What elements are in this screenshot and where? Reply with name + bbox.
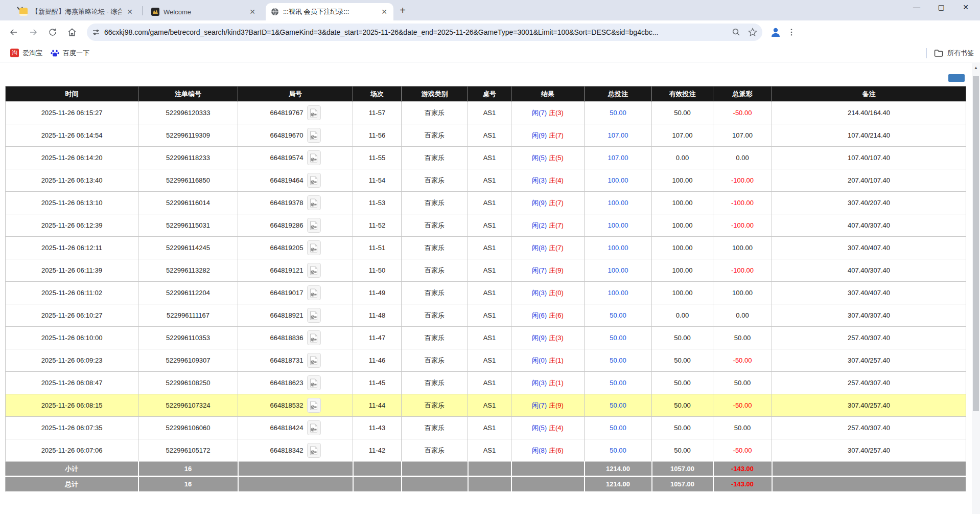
forum-favicon	[19, 8, 28, 16]
address-bar[interactable]: 66cxkj98.com/game/betrecord_search/kind3…	[87, 24, 762, 41]
bookmark-label: 爱淘宝	[22, 49, 42, 58]
table-row[interactable]: 2025-11-26 06:07:06 522996105172 6648183…	[6, 439, 966, 462]
col-time: 时间	[6, 86, 138, 102]
video-replay-button[interactable]	[307, 128, 321, 143]
round-number: 664819017	[270, 289, 303, 297]
table-row[interactable]: 2025-11-26 06:15:27 522996120333 6648197…	[6, 102, 966, 124]
bookmark-taobao[interactable]: 淘 爱淘宝	[6, 47, 46, 60]
video-replay-button[interactable]	[307, 240, 321, 255]
table-row[interactable]: 2025-11-26 06:12:11 522996114245 6648192…	[6, 237, 966, 259]
cell-result: 闲(7)庄(9)	[511, 394, 585, 417]
bookmark-baidu[interactable]: 百度一下	[46, 47, 94, 60]
video-replay-button[interactable]	[307, 330, 321, 345]
cell-payout: -100.00	[713, 259, 772, 282]
cell-bet-id: 522996116850	[138, 169, 238, 192]
cell-session: 11-56	[353, 124, 402, 147]
col-game-type: 游戏类别	[402, 86, 468, 102]
table-row[interactable]: 2025-11-26 06:08:47 522996108250 6648186…	[6, 372, 966, 394]
table-row[interactable]: 2025-11-26 06:11:39 522996113282 6648191…	[6, 259, 966, 282]
close-tab-icon[interactable]: ✕	[248, 8, 256, 16]
video-replay-button[interactable]	[307, 173, 321, 188]
table-row[interactable]: 2025-11-26 06:10:27 522996111167 6648189…	[6, 304, 966, 327]
cell-table-no: AS1	[468, 259, 511, 282]
round-number: 664819121	[270, 266, 303, 274]
home-icon[interactable]	[63, 24, 81, 41]
table-row[interactable]: 2025-11-26 06:13:40 522996116850 6648194…	[6, 169, 966, 192]
browser-toolbar: 66cxkj98.com/game/betrecord_search/kind3…	[0, 20, 980, 44]
cell-total-bet: 100.00	[585, 259, 652, 282]
zoom-icon[interactable]	[732, 28, 741, 37]
close-window-button[interactable]: ✕	[961, 3, 971, 11]
cell-valid-bet: 100.00	[652, 192, 713, 214]
tab-welcome[interactable]: Welcome ✕	[146, 3, 262, 20]
cell-time: 2025-11-26 06:07:35	[6, 417, 138, 439]
video-replay-button[interactable]	[307, 285, 321, 300]
profile-avatar[interactable]	[769, 26, 782, 38]
url-text[interactable]: 66cxkj98.com/game/betrecord_search/kind3…	[104, 28, 732, 36]
video-replay-button[interactable]	[307, 263, 321, 278]
cell-note: 407.40/307.40	[772, 214, 966, 237]
video-replay-button[interactable]	[307, 150, 321, 165]
video-replay-button[interactable]	[307, 308, 321, 323]
cell-session: 11-53	[353, 192, 402, 214]
tab-bet-records[interactable]: :::视讯 会员下注纪录::: ✕	[266, 3, 393, 20]
menu-dots-icon[interactable]	[787, 28, 796, 37]
table-row[interactable]: 2025-11-26 06:11:02 522996112204 6648190…	[6, 282, 966, 304]
new-tab-button[interactable]: +	[396, 5, 409, 16]
tab-title: Welcome	[164, 8, 244, 16]
partial-blue-button[interactable]	[948, 74, 965, 82]
cell-game-type: 百家乐	[402, 259, 468, 282]
cell-table-no: AS1	[468, 349, 511, 372]
table-row[interactable]: 2025-11-26 06:10:00 522996110353 6648188…	[6, 327, 966, 349]
video-replay-button[interactable]	[307, 443, 321, 458]
cell-total-bet: 50.00	[585, 349, 652, 372]
close-tab-icon[interactable]: ✕	[126, 8, 134, 16]
cell-payout: 50.00	[713, 372, 772, 394]
table-row[interactable]: 2025-11-26 06:13:10 522996116014 6648193…	[6, 192, 966, 214]
back-icon[interactable]	[5, 24, 22, 41]
cell-valid-bet: 50.00	[652, 439, 713, 462]
table-row[interactable]: 2025-11-26 06:09:23 522996109307 6648187…	[6, 349, 966, 372]
cell-table-no: AS1	[468, 372, 511, 394]
bookmark-star-icon[interactable]	[748, 28, 757, 37]
cell-session: 11-42	[353, 439, 402, 462]
table-row[interactable]: 2025-11-26 06:12:39 522996115031 6648192…	[6, 214, 966, 237]
cell-note: 307.40/307.40	[772, 304, 966, 327]
cell-bet-id: 522996120333	[138, 102, 238, 124]
video-replay-button[interactable]	[307, 218, 321, 233]
forward-icon[interactable]	[25, 24, 42, 41]
video-replay-button[interactable]	[307, 375, 321, 390]
minimize-button[interactable]: —	[912, 3, 922, 11]
video-replay-button[interactable]	[307, 353, 321, 368]
cell-note: 107.40/214.40	[772, 124, 966, 147]
cell-bet-id: 522996115031	[138, 214, 238, 237]
table-row[interactable]: 2025-11-26 06:07:35 522996106060 6648184…	[6, 417, 966, 439]
cell-round: 664818836	[238, 327, 353, 349]
close-tab-icon[interactable]: ✕	[380, 8, 388, 16]
cell-table-no: AS1	[468, 102, 511, 124]
video-replay-button[interactable]	[307, 420, 321, 435]
cell-valid-bet: 50.00	[652, 327, 713, 349]
video-replay-button[interactable]	[307, 105, 321, 120]
video-replay-button[interactable]	[307, 195, 321, 210]
cell-valid-bet: 100.00	[652, 237, 713, 259]
video-replay-button[interactable]	[307, 398, 321, 413]
scrollbar-up-arrow[interactable]: ▲	[972, 63, 980, 72]
scrollbar-thumb[interactable]	[973, 76, 979, 411]
cell-valid-bet: 50.00	[652, 417, 713, 439]
cell-round: 664818731	[238, 349, 353, 372]
reload-icon[interactable]	[44, 24, 61, 41]
all-bookmarks-button[interactable]: 所有书签	[947, 49, 974, 58]
table-row[interactable]: 2025-11-26 06:14:20 522996118233 6648195…	[6, 147, 966, 169]
cell-time: 2025-11-26 06:15:27	[6, 102, 138, 124]
total-valid-bet: 1057.00	[652, 477, 713, 491]
cell-result: 闲(3)庄(1)	[511, 372, 585, 394]
table-row[interactable]: 2025-11-26 06:14:54 522996119309 6648196…	[6, 124, 966, 147]
bookmark-label: 百度一下	[63, 49, 89, 58]
table-row[interactable]: 2025-11-26 06:08:15 522996107324 6648185…	[6, 394, 966, 417]
maximize-button[interactable]: ▢	[936, 3, 946, 11]
cell-payout: -100.00	[713, 192, 772, 214]
tab-forum[interactable]: 【新提醒】海燕策略论坛 - 综合 ✕	[14, 3, 139, 20]
site-info-icon[interactable]	[92, 28, 100, 36]
vertical-scrollbar[interactable]: ▲	[972, 63, 980, 514]
